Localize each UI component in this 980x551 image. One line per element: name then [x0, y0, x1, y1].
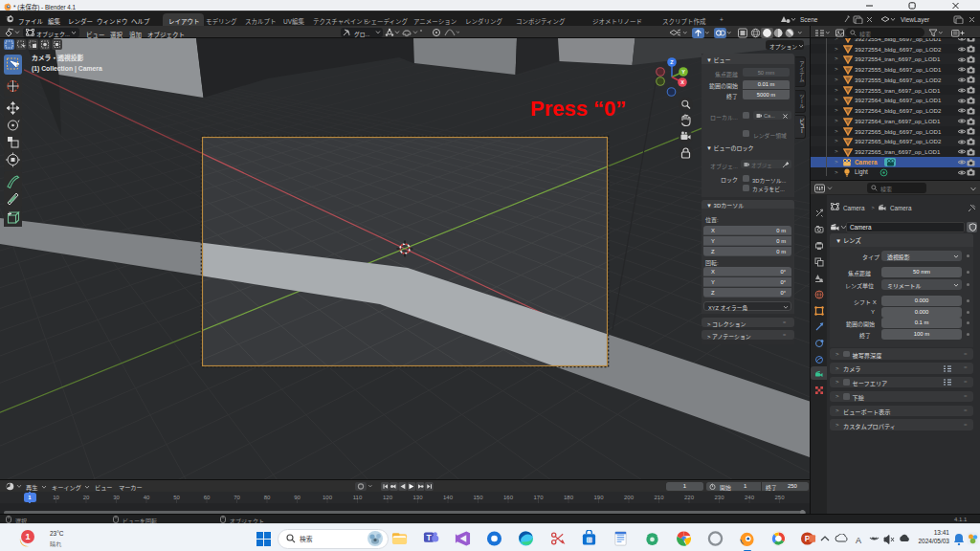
- svg-text:⊞: ⊞: [586, 536, 592, 544]
- svg-text:1: 1: [25, 532, 30, 541]
- svg-text:T: T: [427, 533, 433, 542]
- svg-text:A: A: [856, 536, 861, 545]
